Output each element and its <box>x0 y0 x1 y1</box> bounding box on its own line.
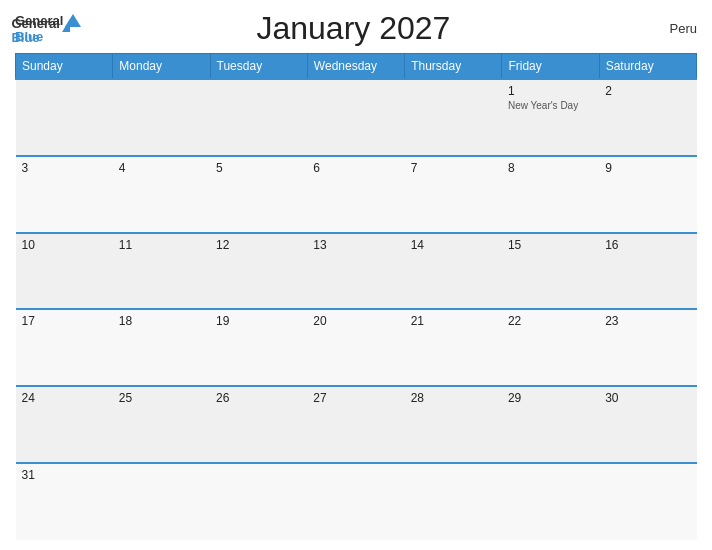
calendar-cell: 6 <box>307 156 404 233</box>
calendar-body: 1New Year's Day2345678910111213141516171… <box>16 79 697 540</box>
calendar-cell: 14 <box>405 233 502 310</box>
day-number: 12 <box>216 238 301 252</box>
day-number: 14 <box>411 238 496 252</box>
calendar-cell: 29 <box>502 386 599 463</box>
calendar-cell: 17 <box>16 309 113 386</box>
calendar-week-row: 10111213141516 <box>16 233 697 310</box>
header: General Blue General Blue January 2027 P… <box>15 10 697 47</box>
day-number: 25 <box>119 391 204 405</box>
calendar-cell: 5 <box>210 156 307 233</box>
calendar-cell: 16 <box>599 233 696 310</box>
calendar-cell: 20 <box>307 309 404 386</box>
calendar-cell: 28 <box>405 386 502 463</box>
day-number: 24 <box>22 391 107 405</box>
calendar-title: January 2027 <box>70 10 637 47</box>
calendar-cell: 12 <box>210 233 307 310</box>
col-friday: Friday <box>502 54 599 80</box>
calendar-cell <box>502 463 599 540</box>
day-number: 21 <box>411 314 496 328</box>
day-number: 9 <box>605 161 690 175</box>
calendar-cell: 27 <box>307 386 404 463</box>
calendar-cell <box>405 79 502 156</box>
calendar-week-row: 3456789 <box>16 156 697 233</box>
day-number: 17 <box>22 314 107 328</box>
calendar-cell: 8 <box>502 156 599 233</box>
day-number: 20 <box>313 314 398 328</box>
calendar-week-row: 17181920212223 <box>16 309 697 386</box>
calendar-cell: 1New Year's Day <box>502 79 599 156</box>
calendar-cell <box>113 463 210 540</box>
calendar-cell <box>307 463 404 540</box>
calendar-cell <box>210 79 307 156</box>
calendar-cell: 15 <box>502 233 599 310</box>
day-number: 5 <box>216 161 301 175</box>
calendar-cell <box>405 463 502 540</box>
calendar-week-row: 31 <box>16 463 697 540</box>
day-number: 13 <box>313 238 398 252</box>
day-number: 29 <box>508 391 593 405</box>
calendar-page: General Blue General Blue January 2027 P… <box>0 0 712 550</box>
calendar-cell: 30 <box>599 386 696 463</box>
calendar-cell: 18 <box>113 309 210 386</box>
calendar-cell <box>599 463 696 540</box>
calendar-cell: 23 <box>599 309 696 386</box>
calendar-cell: 21 <box>405 309 502 386</box>
day-number: 7 <box>411 161 496 175</box>
calendar-cell <box>113 79 210 156</box>
col-wednesday: Wednesday <box>307 54 404 80</box>
calendar-cell: 10 <box>16 233 113 310</box>
day-number: 28 <box>411 391 496 405</box>
day-number: 31 <box>22 468 107 482</box>
day-number: 23 <box>605 314 690 328</box>
calendar-cell: 26 <box>210 386 307 463</box>
day-number: 16 <box>605 238 690 252</box>
col-tuesday: Tuesday <box>210 54 307 80</box>
calendar-week-row: 1New Year's Day2 <box>16 79 697 156</box>
weekday-header-row: Sunday Monday Tuesday Wednesday Thursday… <box>16 54 697 80</box>
logo-line2: Blue <box>11 30 39 45</box>
day-number: 27 <box>313 391 398 405</box>
calendar-cell: 25 <box>113 386 210 463</box>
col-sunday: Sunday <box>16 54 113 80</box>
calendar-cell: 31 <box>16 463 113 540</box>
day-number: 19 <box>216 314 301 328</box>
day-number: 18 <box>119 314 204 328</box>
day-number: 2 <box>605 84 690 98</box>
day-number: 8 <box>508 161 593 175</box>
day-number: 26 <box>216 391 301 405</box>
day-number: 11 <box>119 238 204 252</box>
day-number: 1 <box>508 84 593 98</box>
day-number: 3 <box>22 161 107 175</box>
calendar-cell <box>210 463 307 540</box>
day-number: 15 <box>508 238 593 252</box>
calendar-table: Sunday Monday Tuesday Wednesday Thursday… <box>15 53 697 540</box>
calendar-cell <box>307 79 404 156</box>
col-thursday: Thursday <box>405 54 502 80</box>
calendar-cell: 2 <box>599 79 696 156</box>
day-number: 6 <box>313 161 398 175</box>
calendar-cell: 22 <box>502 309 599 386</box>
calendar-cell: 24 <box>16 386 113 463</box>
calendar-cell: 9 <box>599 156 696 233</box>
calendar-cell: 13 <box>307 233 404 310</box>
day-number: 22 <box>508 314 593 328</box>
calendar-week-row: 24252627282930 <box>16 386 697 463</box>
day-number: 10 <box>22 238 107 252</box>
col-monday: Monday <box>113 54 210 80</box>
day-number: 4 <box>119 161 204 175</box>
calendar-cell: 19 <box>210 309 307 386</box>
day-number: 30 <box>605 391 690 405</box>
calendar-cell: 11 <box>113 233 210 310</box>
holiday-name: New Year's Day <box>508 100 593 111</box>
calendar-cell: 3 <box>16 156 113 233</box>
calendar-cell: 7 <box>405 156 502 233</box>
calendar-cell: 4 <box>113 156 210 233</box>
col-saturday: Saturday <box>599 54 696 80</box>
calendar-cell <box>16 79 113 156</box>
country-label: Peru <box>637 21 697 36</box>
